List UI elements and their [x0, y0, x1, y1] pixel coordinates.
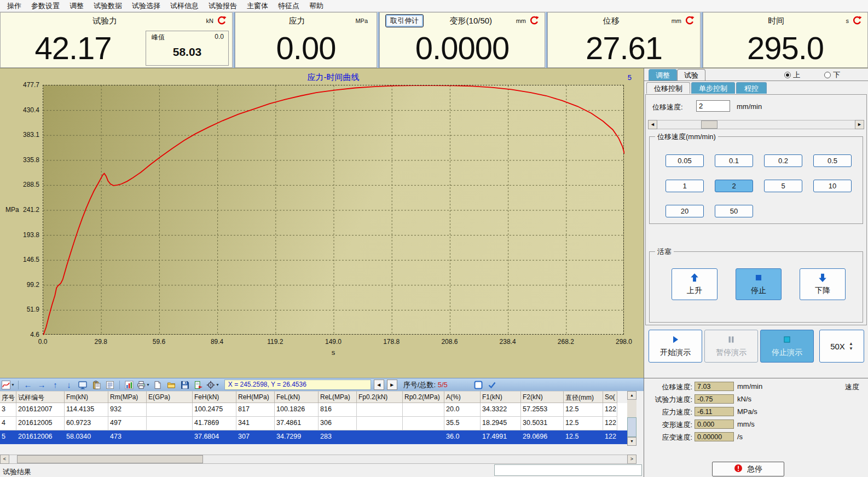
pause-demo-button[interactable]: 暂停演示	[704, 330, 758, 363]
chart-button[interactable]	[123, 380, 135, 390]
save-button[interactable]	[179, 380, 191, 390]
open-file-button[interactable]	[165, 380, 177, 390]
tools-button[interactable]: ▼	[206, 380, 219, 390]
menu-item-5[interactable]: 试样信息	[165, 0, 204, 12]
scroll-left-icon[interactable]: ◄	[648, 120, 657, 129]
y-tick-51.9: 51.9	[0, 306, 39, 313]
scroll-right-icon[interactable]: ►	[855, 120, 864, 129]
y-tick-241.2: 241.2	[0, 206, 39, 214]
hscroll-track[interactable]	[9, 455, 627, 464]
menu-item-9[interactable]: 帮助	[304, 0, 328, 12]
nav-left-button[interactable]: ←	[22, 380, 34, 390]
menu-item-7[interactable]: 主窗体	[242, 0, 273, 12]
x-tick-29.8: 29.8	[83, 338, 118, 346]
tab-test[interactable]: 试验	[677, 69, 705, 81]
table-row-5[interactable]: 520161200658.034047337.680430734.7299283…	[0, 430, 627, 444]
cell: 34.7299	[275, 430, 319, 444]
stress-speed-value: -6.11	[695, 407, 734, 416]
dropdown-caret-icon[interactable]: ▼	[11, 383, 15, 387]
speed-option-20[interactable]: 20	[666, 205, 704, 217]
notes-button[interactable]	[104, 380, 116, 390]
table-row-3[interactable]: 3201612007114.4135932100.2475817100.1826…	[0, 403, 627, 417]
next-record-button[interactable]: ►	[387, 380, 397, 390]
curve-style-button[interactable]: ▼	[2, 380, 15, 390]
scroll-up-icon[interactable]: ▲	[627, 391, 636, 400]
stop-demo-button[interactable]: 停止演示	[760, 330, 814, 363]
speed-input[interactable]	[696, 100, 730, 112]
spinner-icon[interactable]: ▲▼	[849, 341, 853, 351]
tab-adjust[interactable]: 调整	[649, 69, 677, 81]
cell	[147, 430, 193, 444]
displacement-label: 位移	[553, 16, 669, 26]
hscroll-thumb[interactable]	[17, 455, 203, 463]
speed-option-1[interactable]: 1	[666, 180, 704, 192]
nav-up-button[interactable]: ↑	[49, 380, 61, 390]
displacement-refresh-icon[interactable]	[685, 16, 695, 26]
scrollbar-track[interactable]	[657, 120, 855, 129]
menu-item-6[interactable]: 试验报告	[204, 0, 242, 12]
radio-up[interactable]: 上	[784, 70, 800, 80]
speed-option-0.5[interactable]: 0.5	[813, 154, 852, 167]
force-refresh-icon[interactable]	[217, 16, 227, 26]
radio-down[interactable]: 下	[824, 70, 840, 80]
hscroll-right-icon[interactable]: >	[627, 455, 636, 464]
subtab-displacement-control[interactable]: 位移控制	[646, 82, 690, 94]
menu-item-0[interactable]: 操作	[2, 0, 26, 12]
export-button[interactable]	[193, 380, 205, 390]
y-tick-430.4: 430.4	[0, 106, 39, 114]
menu-item-2[interactable]: 调整	[65, 0, 89, 12]
dropdown-caret-icon[interactable]: ▼	[216, 383, 219, 387]
piston-up-button[interactable]: 上升	[672, 268, 717, 300]
menu-item-4[interactable]: 试验选择	[127, 0, 165, 12]
curve-count: 5	[628, 73, 632, 82]
column-header-11: A(%)	[444, 391, 481, 403]
speed-multiplier-button[interactable]: 50X ▲▼	[819, 330, 864, 363]
menu-item-8[interactable]: 特征点	[273, 0, 304, 12]
paste-button[interactable]	[90, 380, 102, 390]
nav-right-button[interactable]: →	[36, 380, 48, 390]
speed-option-0.05[interactable]: 0.05	[666, 154, 704, 167]
piston-down-button[interactable]: 下降	[800, 268, 846, 300]
monitor-button[interactable]	[77, 380, 89, 390]
speed-option-50[interactable]: 50	[715, 205, 753, 217]
table-horizontal-scrollbar[interactable]: < >	[0, 455, 636, 464]
speed-option-2[interactable]: 2	[715, 180, 753, 192]
start-demo-button[interactable]: 开始演示	[649, 330, 702, 363]
print-button[interactable]: ▼	[137, 380, 150, 390]
menu-item-3[interactable]: 试验数据	[89, 0, 127, 12]
checkbox-icon[interactable]	[472, 380, 484, 390]
displacement-speed-label: 位移速度:	[647, 382, 692, 392]
scrollbar-thumb[interactable]	[701, 120, 717, 129]
new-file-button[interactable]	[152, 380, 164, 390]
speed-option-5[interactable]: 5	[764, 180, 802, 192]
radio-up-icon	[784, 72, 791, 78]
subtab-program-control[interactable]: 程控	[736, 82, 767, 94]
cell: 283	[319, 430, 357, 444]
table-vertical-scrollbar[interactable]: ▲ ▼	[627, 391, 636, 446]
vscroll-thumb[interactable]	[627, 417, 636, 437]
plot-region[interactable]	[43, 85, 624, 335]
prev-record-button[interactable]: ◄	[374, 380, 384, 390]
nav-down-button[interactable]: ↓	[63, 380, 75, 390]
scroll-down-icon[interactable]: ▼	[627, 437, 636, 446]
cell: 100.2475	[193, 403, 236, 417]
dropdown-caret-icon[interactable]: ▼	[146, 383, 150, 387]
speed-option-10[interactable]: 10	[813, 180, 852, 192]
y-tick-477.7: 477.7	[0, 81, 39, 89]
speed-option-0.2[interactable]: 0.2	[764, 154, 802, 167]
table-row-4[interactable]: 420161200560.972349741.786934137.4861306…	[0, 417, 627, 430]
vscroll-track[interactable]	[627, 400, 636, 437]
time-refresh-icon[interactable]	[852, 16, 862, 26]
emergency-stop-button[interactable]: 急停	[712, 462, 784, 476]
speed-scrollbar[interactable]: ◄ ►	[648, 120, 864, 129]
check-icon[interactable]	[486, 380, 498, 390]
subtab-step-control[interactable]: 单步控制	[691, 82, 735, 94]
piston-stop-button[interactable]: 停止	[736, 268, 782, 300]
table-body: 3201612007114.4135932100.2475817100.1826…	[0, 403, 627, 444]
speed-option-0.1[interactable]: 0.1	[715, 154, 753, 167]
deformation-refresh-icon[interactable]	[529, 16, 539, 26]
extensometer-button[interactable]: 取引伸计	[385, 14, 424, 27]
menu-item-1[interactable]: 参数设置	[26, 0, 65, 12]
hscroll-left-icon[interactable]: <	[0, 455, 9, 464]
column-header-10: Rp0.2(MPa)	[403, 391, 444, 403]
